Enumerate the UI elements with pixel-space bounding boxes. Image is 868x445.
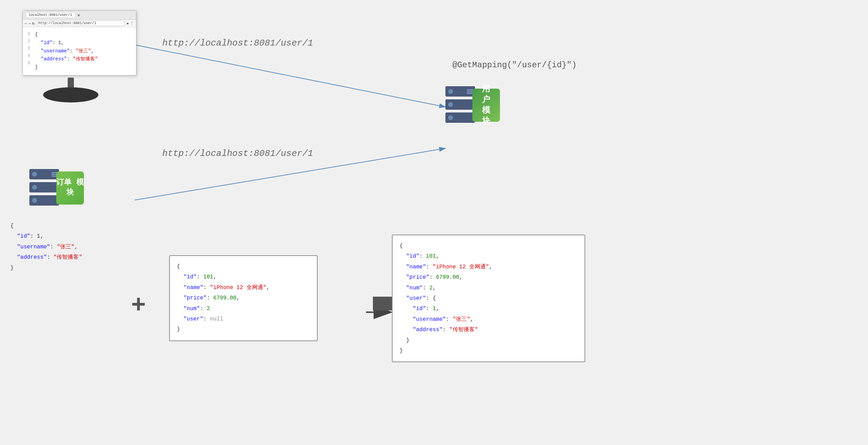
url-label-top: http://localhost:8081/user/1 <box>162 38 313 48</box>
url-label-bottom: http://localhost:8081/user/1 <box>162 148 313 159</box>
order-module: 订单 模块 <box>29 169 84 207</box>
svg-line-2 <box>135 45 445 107</box>
result-json-box: { "id": 101, "name": "iPhone 12 全网通", "p… <box>392 235 585 362</box>
user-module: 用 户 模 块 <box>445 86 500 124</box>
browser-tab[interactable]: localhost:8081/user/1 <box>26 12 75 18</box>
browser-titlebar: localhost:8081/user/1 ✕ <box>23 11 136 20</box>
browser-window: localhost:8081/user/1 ✕ ← → ↻ http://loc… <box>22 10 136 76</box>
order-json-box: { "id": 101, "name": "iPhone 12 全网通", "p… <box>169 255 318 341</box>
browser-controls: ← → ↻ http://localhost:8081/user/1 ★ ⋮ <box>23 20 136 27</box>
getmapping-annotation: @GetMapping("/user/{id}") <box>452 60 577 70</box>
browser-url-bar[interactable]: http://localhost:8081/user/1 <box>36 21 125 26</box>
svg-point-6 <box>43 87 98 102</box>
user-data-bottom-left: { "id": 1, "username": "张三", "address": … <box>10 221 82 273</box>
monitor-stand <box>38 78 107 119</box>
browser-json-content: 12345 { "id": 1, "username": "张三", "addr… <box>23 27 136 75</box>
plus-sign: + <box>131 290 146 318</box>
